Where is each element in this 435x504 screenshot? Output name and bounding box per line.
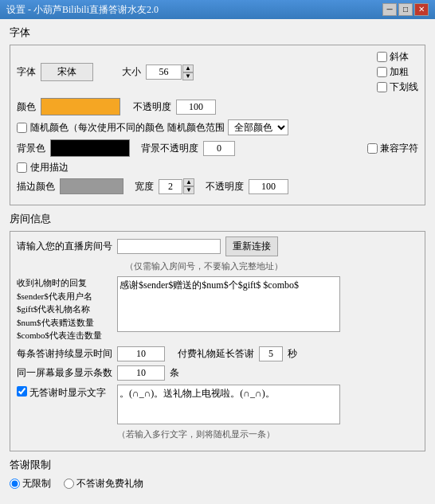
italic-label: 斜体 [390, 50, 409, 64]
stroke-opacity-label: 不透明度 [206, 180, 244, 193]
opacity-label: 不透明度 [133, 100, 171, 114]
stroke-width-up-button[interactable]: ▲ [183, 178, 194, 186]
underline-label: 下划线 [390, 80, 418, 94]
random-color-label: 随机颜色（每次使用不同的颜色 [30, 121, 164, 135]
max-display-input[interactable]: 10 [117, 365, 165, 381]
italic-check-item: 斜体 [377, 50, 418, 64]
duration-row: 每条答谢持续显示时间 10 付费礼物延长答谢 5 秒 [17, 346, 418, 361]
bg-color-row: 背景色 背景不透明度 0 兼容字符 [17, 139, 418, 157]
reply-label-4: $num$代表赠送数量 [17, 316, 112, 330]
limit-section-title: 答谢限制 [10, 458, 425, 472]
title-bar: 设置 - 小葫芦Bilibili直播答谢水友2.0 ─ □ ✕ [0, 0, 435, 19]
limit-radio-group: 无限制 不答谢免费礼物 [10, 477, 425, 490]
room-hint-row: （仅需输入房间号，不要输入完整地址） [17, 260, 418, 272]
random-color-checkbox[interactable] [17, 123, 27, 133]
stroke-width-input[interactable]: 2 [159, 179, 182, 194]
bg-opacity-input[interactable]: 0 [203, 141, 235, 156]
compat-label: 兼容字符 [380, 142, 418, 155]
no-reply-row: 无答谢时显示文字 。(∩_∩)。送礼物上电视啦。(∩_∩)。 [17, 385, 418, 424]
no-reply-label: 无答谢时显示文字 [29, 386, 106, 400]
unlimited-radio-item: 无限制 [10, 477, 51, 490]
stroke-opacity-input[interactable]: 100 [249, 179, 288, 194]
no-free-radio[interactable] [64, 479, 74, 489]
font-style-checkboxes: 斜体 加粗 下划线 [377, 50, 418, 94]
room-id-label: 请输入您的直播房间号 [17, 240, 112, 253]
font-size-input[interactable]: 56 [146, 64, 182, 80]
no-free-radio-item: 不答谢免费礼物 [64, 477, 143, 490]
reply-label-5: $combo$代表连击数量 [17, 329, 112, 342]
paid-unit: 秒 [288, 347, 297, 361]
underline-checkbox[interactable] [377, 82, 387, 92]
restore-button[interactable]: □ [398, 3, 413, 16]
font-size-spinbox: 56 ▲ ▼ [146, 64, 194, 80]
duration-input[interactable]: 10 [117, 346, 165, 361]
no-reply-checkbox[interactable] [17, 386, 27, 397]
compat-check-item: 兼容字符 [367, 142, 418, 155]
bold-check-item: 加粗 [377, 65, 418, 79]
stroke-width-label: 宽度 [135, 180, 154, 193]
bold-label: 加粗 [390, 65, 409, 79]
reconnect-button[interactable]: 重新连接 [225, 236, 278, 256]
stroke-color-picker[interactable] [60, 178, 123, 194]
max-display-row: 同一屏幕最多显示条数 10 条 [17, 365, 418, 381]
paid-label: 付费礼物延长答谢 [178, 347, 254, 361]
bg-color-picker[interactable] [50, 139, 130, 157]
bold-checkbox[interactable] [377, 67, 387, 77]
font-label: 字体 [17, 65, 36, 79]
unlimited-radio[interactable] [10, 479, 20, 489]
stroke-width-spinbox: 2 ▲ ▼ [159, 178, 194, 194]
stroke-width-down-button[interactable]: ▼ [183, 186, 194, 194]
font-size-up-button[interactable]: ▲ [182, 64, 194, 72]
color-row: 颜色 不透明度 100 [17, 98, 418, 115]
reply-label-2: $sender$代表用户名 [17, 290, 112, 303]
room-hint-text: （仅需输入房间号，不要输入完整地址） [125, 260, 283, 272]
font-picker-button[interactable]: 宋体 [41, 63, 93, 81]
font-size-down-button[interactable]: ▼ [182, 72, 194, 80]
no-reply-check-item: 无答谢时显示文字 [17, 385, 112, 400]
bg-color-label: 背景色 [17, 142, 45, 155]
font-row: 字体 宋体 大小 56 ▲ ▼ 斜体 [17, 50, 418, 94]
stroke-width-spin-buttons: ▲ ▼ [183, 178, 194, 194]
max-display-label: 同一屏幕最多显示条数 [17, 366, 112, 380]
window-controls: ─ □ ✕ [382, 3, 429, 16]
room-id-input[interactable] [117, 239, 221, 254]
minimize-button[interactable]: ─ [382, 3, 397, 16]
bg-opacity-label: 背景不透明度 [141, 142, 198, 155]
no-free-label: 不答谢免费礼物 [76, 477, 143, 490]
room-section-title: 房间信息 [10, 212, 425, 226]
hint-row-2: （若输入多行文字，则将随机显示一条） [17, 428, 418, 440]
stroke-color-row: 描边颜色 宽度 2 ▲ ▼ 不透明度 100 [17, 178, 418, 194]
no-reply-textarea[interactable]: 。(∩_∩)。送礼物上电视啦。(∩_∩)。 [117, 385, 340, 424]
reply-label-1: 收到礼物时的回复 [17, 276, 112, 290]
reply-labels: 收到礼物时的回复 $sender$代表用户名 $gift$代表礼物名称 $num… [17, 276, 112, 342]
window-title: 设置 - 小葫芦Bilibili直播答谢水友2.0 [6, 3, 159, 17]
room-group-box: 请输入您的直播房间号 重新连接 （仅需输入房间号，不要输入完整地址） 收到礼物时… [10, 231, 425, 451]
unlimited-label: 无限制 [22, 477, 51, 490]
random-range-label: 随机颜色范围 [167, 121, 225, 135]
main-content: 字体 字体 宋体 大小 56 ▲ ▼ 斜体 [0, 19, 435, 497]
compat-checkbox[interactable] [367, 143, 378, 154]
random-color-row: 随机颜色（每次使用不同的颜色 随机颜色范围 全部颜色 暖色 冷色 [17, 119, 418, 135]
reply-template-row: 收到礼物时的回复 $sender$代表用户名 $gift$代表礼物名称 $num… [17, 276, 418, 342]
reply-template-textarea[interactable]: 感谢$sender$赠送的$num$个$gift$ $combo$ [117, 276, 340, 332]
hint-text-2: （若输入多行文字，则将随机显示一条） [117, 428, 275, 440]
max-display-unit: 条 [170, 366, 179, 380]
color-picker[interactable] [41, 98, 120, 115]
underline-check-item: 下划线 [377, 80, 418, 94]
stroke-label: 使用描边 [30, 161, 69, 174]
opacity-input[interactable]: 100 [176, 100, 216, 115]
font-size-spin-buttons: ▲ ▼ [182, 64, 194, 80]
paid-input[interactable]: 5 [259, 346, 283, 361]
font-group-box: 字体 宋体 大小 56 ▲ ▼ 斜体 [10, 45, 425, 205]
close-button[interactable]: ✕ [414, 3, 429, 16]
size-label: 大小 [122, 65, 141, 79]
random-range-select[interactable]: 全部颜色 暖色 冷色 [228, 119, 288, 135]
color-label: 颜色 [17, 100, 36, 114]
italic-checkbox[interactable] [377, 52, 387, 62]
font-section: 字体 字体 宋体 大小 56 ▲ ▼ 斜体 [10, 25, 425, 205]
reply-label-3: $gift$代表礼物名称 [17, 303, 112, 316]
duration-label: 每条答谢持续显示时间 [17, 347, 112, 361]
stroke-checkbox[interactable] [17, 162, 27, 173]
limit-section: 答谢限制 无限制 不答谢免费礼物 [10, 458, 425, 490]
stroke-row: 使用描边 [17, 161, 418, 174]
